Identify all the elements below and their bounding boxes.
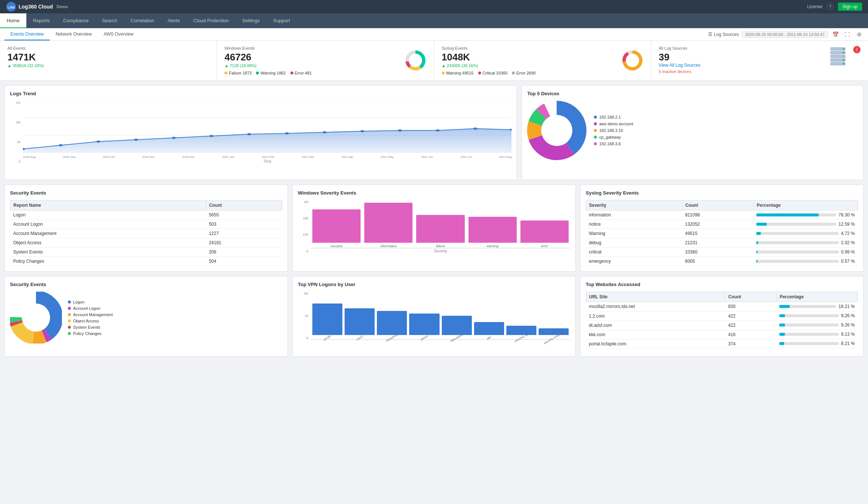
vpn-bar-james: james xyxy=(409,314,439,339)
svg-marker-26 xyxy=(23,129,512,153)
subnav-events-overview[interactable]: Events Overview xyxy=(4,28,50,40)
syslog-critical-dot xyxy=(478,72,481,74)
table-row: portal.hcfapile.com 374 8.21 % xyxy=(586,339,858,348)
svg-point-32 xyxy=(209,135,213,137)
syslog-events-change: ▲ 243005 (30.16%) xyxy=(442,63,621,68)
sec-legend-account-mgmt: Account Management xyxy=(68,312,113,317)
nav-cloud-protection[interactable]: Cloud Protection xyxy=(187,13,236,28)
vpn-bars: jsmith user1 danadmin james alpa.gupta xyxy=(311,292,570,340)
inactive-devices-link[interactable]: 5 Inactive devices xyxy=(659,69,823,74)
legend-item-1: 192.168.2.1 xyxy=(594,115,633,119)
nav-correlation[interactable]: Correlation xyxy=(124,13,161,28)
logo-icon: L360 xyxy=(6,1,16,12)
view-all-log-sources-link[interactable]: View All Log Sources xyxy=(659,63,823,68)
syslog-events-block: Syslog Events 1048K ▲ 243005 (30.16%) Wa… xyxy=(434,41,651,80)
windows-failure: Failure 1873 xyxy=(224,71,251,75)
table-row: 1.2.com 422 9.26 % xyxy=(586,311,858,321)
syslog-events-label: Syslog Events xyxy=(442,46,621,50)
syslog-warning-dot xyxy=(442,72,445,74)
nav-home[interactable]: Home xyxy=(0,13,26,28)
table-row: mozilla2.mirrors.tds.net 830 18.21 % xyxy=(586,302,858,312)
col-percentage: Percentage xyxy=(776,292,858,302)
windows-severity-x-label: Severity xyxy=(311,249,570,253)
date-range: 2020-08-25 00:00:00 - 2021-08-24 13:50:4… xyxy=(742,31,828,38)
table-row: Account Management1227 xyxy=(10,229,282,238)
svg-point-31 xyxy=(172,137,176,139)
vpn-bar-security: security-solutions xyxy=(539,328,569,339)
svg-point-38 xyxy=(435,129,440,132)
legend-item-5: 192.168.3.6 xyxy=(594,142,633,146)
nav-support[interactable]: Support xyxy=(266,13,297,28)
svg-point-30 xyxy=(134,139,138,141)
svg-text:L360: L360 xyxy=(7,6,14,9)
svg-point-20 xyxy=(843,59,844,61)
svg-point-46 xyxy=(541,115,572,146)
top-vpn-chart: 1M 1k 0 jsmith user1 danadmin xyxy=(298,292,570,351)
nav-search[interactable]: Search xyxy=(95,13,124,28)
demo-badge: Demo xyxy=(57,4,68,9)
nav-compliance[interactable]: Compliance xyxy=(56,13,95,28)
subnav-network-overview[interactable]: Network Overview xyxy=(50,28,98,40)
logs-trend-x-label: Time xyxy=(23,159,512,163)
logs-trend-svg xyxy=(23,101,512,153)
calendar-icon[interactable]: 📅 xyxy=(831,30,840,39)
legend-label-4: cp_gateway xyxy=(599,135,621,139)
syslog-warning-label: Warning 49515 xyxy=(446,71,474,75)
server-icon xyxy=(829,46,847,68)
svg-point-37 xyxy=(398,129,402,132)
sign-up-button[interactable]: Sign up xyxy=(838,3,862,11)
logo: L360 Log360 Cloud Demo xyxy=(6,1,68,12)
syslog-error-dot xyxy=(512,72,515,74)
help-icon[interactable]: ? xyxy=(827,3,834,10)
legend-item-3: 192.168.3.10 xyxy=(594,128,633,133)
bar-failure: failure xyxy=(416,215,464,248)
svg-point-18 xyxy=(843,52,844,53)
warning-dot xyxy=(256,72,259,74)
col-report-name: Report Name xyxy=(10,200,206,210)
sec-legend-account-logon: Account Logon xyxy=(68,306,113,311)
syslog-error-label: Error 2690 xyxy=(516,71,536,75)
security-events-pie-card: Security Events Logon Account Logon xyxy=(4,276,288,357)
bar-information: information xyxy=(364,203,412,248)
svg-point-11 xyxy=(626,54,639,67)
legend-dot-1 xyxy=(594,116,597,119)
all-events-label: All Events xyxy=(7,46,209,50)
license-link[interactable]: License xyxy=(807,4,822,9)
logs-trend-x-axis: 2020 Aug 2020 Sep 2020 Oct 2020 Nov 2020… xyxy=(23,155,512,159)
vpn-bar-danadmin: danadmin xyxy=(377,311,407,339)
top5-layout: 192.168.2.1 aws demo account 192.168.3.1… xyxy=(527,101,858,160)
nav-settings[interactable]: Settings xyxy=(236,13,266,28)
col-count: Count xyxy=(206,200,282,210)
syslog-severity-title: Syslog Severity Events xyxy=(586,190,858,196)
nav-alerts[interactable]: Alerts xyxy=(161,13,187,28)
settings-icon[interactable]: ⚙ xyxy=(855,30,864,39)
stats-row: All Events 1471K ▲ 359616 (32.33%) Windo… xyxy=(0,41,868,81)
error-dot xyxy=(290,72,293,74)
windows-warning: Warning 1862 xyxy=(256,71,286,75)
log-sources-label-text: All Log Sources xyxy=(659,46,823,50)
security-pie-legend: Logon Account Logon Account Management O… xyxy=(68,300,113,336)
subnav-aws-overview[interactable]: AWS Overview xyxy=(98,28,139,40)
security-events-donut xyxy=(10,292,62,344)
syslog-severity-card: Syslog Severity Events Severity Count Pe… xyxy=(580,185,864,272)
nav-bar: Home Reports Compliance Search Correlati… xyxy=(0,13,868,28)
table-row: notice 132052 12.59 % xyxy=(586,220,858,229)
windows-events-sub: Failure 1873 Warning 1862 Error 481 xyxy=(224,71,404,75)
top-vpn-card: Top VPN Logons by User 1M 1k 0 jsmith us… xyxy=(292,276,576,357)
table-row: emergency 6005 0.57 % xyxy=(586,257,858,266)
windows-severity-y-axis: 1M 10k 100 0 xyxy=(298,200,310,253)
legend-label-5: 192.168.3.6 xyxy=(599,142,621,146)
sec-legend-object-access: Object Access xyxy=(68,319,113,323)
syslog-donut xyxy=(621,49,644,72)
col-count: Count xyxy=(682,200,754,210)
top5-devices-card: Top 5 Devices 192.168.2.1 xyxy=(522,85,864,180)
failure-label: Failure 1873 xyxy=(229,71,251,75)
windows-severity-chart: 1M 10k 100 0 success information failure xyxy=(298,200,570,264)
expand-icon[interactable]: ⛶ xyxy=(843,30,852,39)
legend-label-1: 192.168.2.1 xyxy=(599,115,621,119)
nav-reports[interactable]: Reports xyxy=(26,13,57,28)
table-row: dt.adsf.com 422 9.26 % xyxy=(586,321,858,330)
bar-success: success xyxy=(312,209,361,248)
top-websites-card: Top Websites Accessed URL Site Count Per… xyxy=(580,276,864,357)
col-url: URL Site xyxy=(586,292,725,302)
